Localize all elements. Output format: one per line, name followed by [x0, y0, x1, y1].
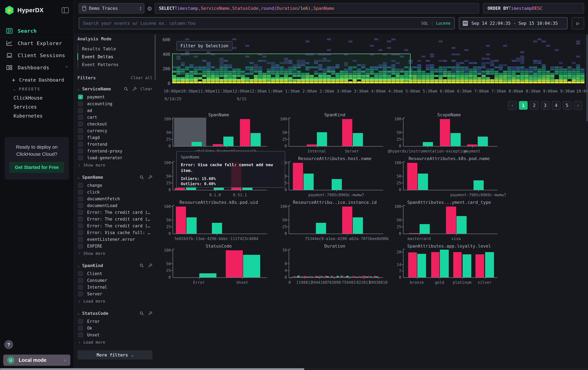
checkbox[interactable] — [78, 244, 83, 249]
delta-bar[interactable] — [366, 277, 368, 277]
page-prev-button[interactable]: ‹ — [508, 101, 517, 110]
delta-bar[interactable] — [329, 277, 331, 277]
delta-bar[interactable] — [213, 144, 223, 146]
checkbox[interactable] — [78, 278, 83, 283]
pin-icon[interactable] — [132, 87, 137, 91]
checkbox[interactable] — [78, 271, 83, 276]
filter-option[interactable]: cart — [77, 114, 152, 121]
checkbox[interactable] — [78, 128, 83, 133]
delta-bar[interactable] — [353, 217, 363, 234]
delta-bar[interactable] — [478, 137, 488, 146]
filter-option[interactable]: Error: The credit card (… — [77, 209, 152, 216]
checkbox[interactable] — [78, 196, 83, 201]
page-next-button[interactable]: › — [574, 101, 582, 110]
delta-bar[interactable] — [212, 223, 222, 234]
pin-icon[interactable] — [148, 263, 152, 268]
filter-option[interactable]: frontend-proxy — [77, 148, 152, 154]
filter-option[interactable]: accounting — [77, 100, 152, 107]
delta-bar[interactable] — [453, 252, 462, 278]
delta-bar[interactable] — [240, 119, 250, 146]
delta-bar[interactable] — [226, 250, 243, 277]
pin-icon[interactable] — [148, 175, 152, 180]
chart-plot[interactable]: 02550100 — [173, 205, 265, 234]
delta-bar[interactable] — [251, 133, 261, 146]
delta-bar[interactable] — [317, 277, 319, 277]
show-more-button[interactable]: ›Show more — [77, 161, 152, 169]
checkbox[interactable] — [78, 332, 83, 337]
delta-bar[interactable] — [327, 276, 329, 277]
delta-bar[interactable] — [409, 233, 419, 234]
chevron-down-icon[interactable]: ⌄ — [77, 263, 80, 268]
clear-filter-button[interactable]: Clear — [140, 87, 152, 91]
checkbox[interactable] — [78, 190, 83, 194]
filter-option[interactable]: payment — [77, 94, 152, 100]
delta-bar[interactable] — [440, 250, 449, 277]
chart-plot[interactable]: 02550100 — [403, 161, 495, 190]
delta-bar[interactable] — [376, 276, 378, 277]
analysis-mode-event-deltas[interactable]: Event Deltas — [78, 53, 152, 61]
delta-bar[interactable] — [342, 207, 352, 234]
delta-bar[interactable] — [303, 276, 305, 277]
checkbox[interactable] — [78, 217, 83, 221]
checkbox[interactable] — [78, 183, 83, 188]
delta-bar[interactable] — [346, 276, 348, 277]
sidebar-collapse-icon[interactable] — [62, 7, 69, 13]
delta-bar[interactable] — [299, 276, 301, 277]
checkbox[interactable] — [78, 285, 83, 290]
delta-bar[interactable] — [462, 254, 471, 277]
delta-bar[interactable] — [407, 163, 417, 190]
gear-icon[interactable]: ⚙ — [144, 3, 155, 13]
chart-plot[interactable]: 04816 — [289, 249, 381, 278]
delta-bar[interactable] — [309, 276, 311, 277]
checkbox[interactable] — [78, 223, 83, 228]
checkbox[interactable] — [78, 149, 83, 153]
checkbox[interactable] — [78, 108, 83, 113]
delta-bar[interactable] — [316, 223, 326, 234]
delta-bar[interactable] — [325, 276, 327, 277]
delta-bar[interactable] — [317, 132, 327, 146]
delta-bar[interactable] — [350, 277, 352, 277]
delta-bar[interactable] — [348, 276, 350, 277]
delta-bar[interactable] — [408, 252, 417, 277]
chart-plot[interactable]: 02550100 — [289, 205, 381, 234]
sidebar-item-dashboards[interactable]: Dashboards⌃ — [0, 61, 74, 74]
chart-plot[interactable]: 02550100 — [173, 118, 265, 147]
delta-bar[interactable] — [331, 276, 333, 277]
delta-bar[interactable] — [187, 217, 197, 234]
delta-bar[interactable] — [176, 207, 186, 234]
delta-bar[interactable] — [199, 273, 216, 277]
page-button-1[interactable]: 1 — [519, 101, 528, 110]
horizontal-scrollbar-thumb[interactable] — [0, 368, 304, 370]
delta-bar[interactable] — [467, 144, 477, 146]
sidebar-item-client-sessions[interactable]: Client Sessions — [0, 49, 74, 61]
preset-item-kubernetes[interactable]: Kubernetes — [0, 111, 74, 120]
delta-bar[interactable] — [431, 252, 440, 278]
delta-bar[interactable] — [315, 276, 317, 277]
delta-bar[interactable] — [295, 277, 297, 277]
create-dashboard-button[interactable]: +Create Dashboard — [0, 75, 74, 85]
checkbox[interactable] — [78, 155, 83, 160]
checkbox[interactable] — [78, 115, 83, 120]
filter-option[interactable]: Client — [77, 270, 152, 277]
delta-bar[interactable] — [370, 276, 372, 277]
filter-option[interactable]: Consumer — [77, 277, 152, 284]
delta-bar[interactable] — [307, 144, 317, 146]
chevron-down-icon[interactable]: ⌄ — [77, 311, 80, 315]
delta-bar[interactable] — [319, 276, 321, 277]
delta-bar[interactable] — [291, 277, 293, 277]
delta-bar[interactable] — [339, 277, 341, 277]
delta-bar[interactable] — [311, 276, 313, 277]
heatmap-selection-box[interactable] — [172, 54, 410, 80]
search-icon[interactable] — [139, 311, 144, 316]
filter-option[interactable]: click — [77, 189, 152, 195]
checkbox[interactable] — [78, 319, 83, 324]
horizontal-scrollbar-track[interactable] — [0, 368, 588, 370]
filter-option[interactable]: change — [77, 182, 152, 189]
vertical-scrollbar[interactable] — [586, 35, 588, 121]
filter-option[interactable]: flagd — [77, 134, 152, 141]
filter-option[interactable]: ad — [77, 107, 152, 114]
delta-bar[interactable] — [352, 276, 354, 277]
delta-bar[interactable] — [294, 276, 295, 277]
filter-option[interactable]: documentLoad — [77, 202, 152, 209]
delta-bar[interactable] — [321, 276, 323, 277]
